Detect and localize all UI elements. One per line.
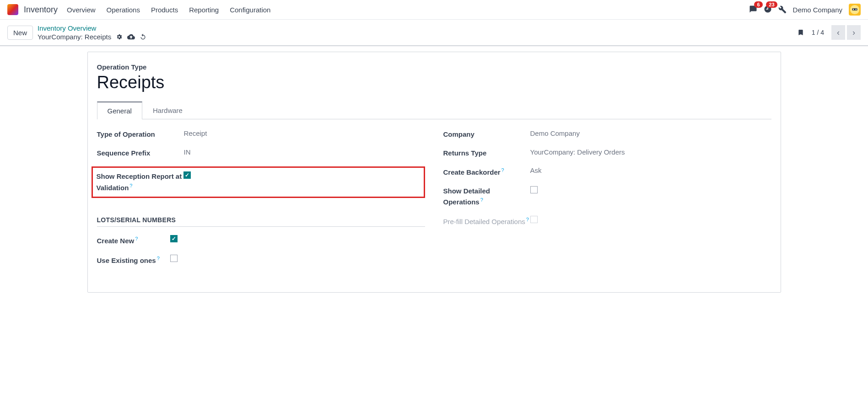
help-icon[interactable]: ? bbox=[480, 197, 483, 203]
page-title[interactable]: Receipts bbox=[97, 73, 771, 92]
label-show-reception-report: Show Reception Report at Validation? bbox=[97, 171, 183, 193]
cloud-upload-icon[interactable] bbox=[127, 33, 135, 41]
avatar-face-icon bbox=[850, 5, 860, 15]
chat-button[interactable]: 6 bbox=[749, 5, 757, 15]
right-column: Company Demo Company Returns Type YourCo… bbox=[443, 129, 771, 274]
field-show-detailed-operations: Show Detailed Operations? bbox=[443, 186, 771, 208]
label-create-new: Create New? bbox=[97, 235, 170, 246]
field-create-backorder: Create Backorder? Ask bbox=[443, 166, 771, 178]
field-sequence-prefix: Sequence Prefix IN bbox=[97, 148, 425, 159]
breadcrumb-parent-link[interactable]: Inventory Overview bbox=[38, 24, 797, 32]
nav-configuration[interactable]: Configuration bbox=[230, 6, 270, 14]
tab-hardware[interactable]: Hardware bbox=[142, 102, 193, 119]
label-type-of-operation: Type of Operation bbox=[97, 129, 184, 140]
value-type-of-operation[interactable]: Receipt bbox=[184, 129, 207, 137]
nav-menu: Overview Operations Products Reporting C… bbox=[67, 6, 749, 14]
left-column: Type of Operation Receipt Sequence Prefi… bbox=[97, 129, 425, 274]
nav-reporting[interactable]: Reporting bbox=[189, 6, 219, 14]
nav-overview[interactable]: Overview bbox=[67, 6, 96, 14]
topbar: Inventory Overview Operations Products R… bbox=[0, 0, 868, 20]
tools-icon[interactable] bbox=[778, 5, 787, 14]
label-use-existing: Use Existing ones? bbox=[97, 255, 170, 266]
activity-badge: 23 bbox=[766, 1, 777, 8]
checkbox-show-detailed-operations[interactable] bbox=[530, 186, 538, 193]
help-icon[interactable]: ? bbox=[157, 256, 160, 261]
company-switcher[interactable]: Demo Company bbox=[793, 6, 842, 14]
label-show-detailed-operations: Show Detailed Operations? bbox=[443, 186, 530, 208]
subbar-right: 1 / 4 ‹ › bbox=[797, 25, 861, 40]
label-returns-type: Returns Type bbox=[443, 148, 530, 159]
user-avatar[interactable] bbox=[849, 4, 861, 16]
pager-prev-button[interactable]: ‹ bbox=[831, 25, 845, 40]
value-company[interactable]: Demo Company bbox=[530, 129, 580, 137]
activity-button[interactable]: 23 bbox=[764, 5, 772, 15]
label-create-backorder: Create Backorder? bbox=[443, 166, 530, 178]
label-company: Company bbox=[443, 129, 530, 140]
field-create-new: Create New? bbox=[97, 235, 425, 246]
breadcrumb-current: YourCompany: Receipts bbox=[38, 33, 111, 41]
bookmark-icon[interactable] bbox=[797, 28, 804, 37]
checkbox-use-existing[interactable] bbox=[170, 255, 178, 262]
gear-icon[interactable] bbox=[116, 33, 123, 40]
field-company: Company Demo Company bbox=[443, 129, 771, 140]
chat-badge: 6 bbox=[754, 1, 762, 8]
new-button[interactable]: New bbox=[7, 26, 33, 40]
nav-operations[interactable]: Operations bbox=[107, 6, 140, 14]
field-returns-type: Returns Type YourCompany: Delivery Order… bbox=[443, 148, 771, 159]
help-icon[interactable]: ? bbox=[526, 217, 529, 222]
highlighted-field: Show Reception Report at Validation? bbox=[92, 166, 425, 198]
pager-next-button[interactable]: › bbox=[847, 25, 861, 40]
subbar: New Inventory Overview YourCompany: Rece… bbox=[0, 20, 868, 46]
tab-general[interactable]: General bbox=[97, 102, 142, 119]
help-icon[interactable]: ? bbox=[501, 167, 504, 173]
checkbox-prefill-detailed-operations bbox=[530, 216, 538, 223]
nav-products[interactable]: Products bbox=[151, 6, 178, 14]
form-card: Operation Type Receipts General Hardware… bbox=[87, 52, 781, 293]
section-label: Operation Type bbox=[97, 63, 771, 71]
undo-icon[interactable] bbox=[140, 33, 146, 40]
app-name[interactable]: Inventory bbox=[24, 5, 58, 15]
label-sequence-prefix: Sequence Prefix bbox=[97, 148, 184, 159]
lots-section-heading: LOTS/SERIAL NUMBERS bbox=[97, 216, 425, 227]
value-create-backorder[interactable]: Ask bbox=[530, 166, 542, 174]
topbar-right: 6 23 Demo Company bbox=[749, 4, 861, 16]
checkbox-show-reception-report[interactable] bbox=[183, 171, 191, 179]
field-use-existing: Use Existing ones? bbox=[97, 255, 425, 266]
help-icon[interactable]: ? bbox=[135, 236, 138, 241]
field-prefill-detailed-operations: Pre-fill Detailed Operations? bbox=[443, 216, 771, 227]
breadcrumb: Inventory Overview YourCompany: Receipts bbox=[38, 24, 797, 41]
field-show-reception-report: Show Reception Report at Validation? bbox=[97, 171, 420, 193]
tabs: General Hardware bbox=[97, 102, 771, 119]
pager-count[interactable]: 1 / 4 bbox=[812, 29, 824, 36]
label-prefill-detailed-operations: Pre-fill Detailed Operations? bbox=[443, 216, 530, 227]
value-returns-type[interactable]: YourCompany: Delivery Orders bbox=[530, 148, 625, 156]
svg-point-3 bbox=[855, 9, 857, 10]
svg-point-2 bbox=[853, 9, 854, 10]
value-sequence-prefix[interactable]: IN bbox=[184, 148, 191, 156]
help-icon[interactable]: ? bbox=[129, 183, 132, 188]
app-logo[interactable] bbox=[7, 4, 18, 15]
checkbox-create-new[interactable] bbox=[170, 235, 178, 242]
field-type-of-operation: Type of Operation Receipt bbox=[97, 129, 425, 140]
